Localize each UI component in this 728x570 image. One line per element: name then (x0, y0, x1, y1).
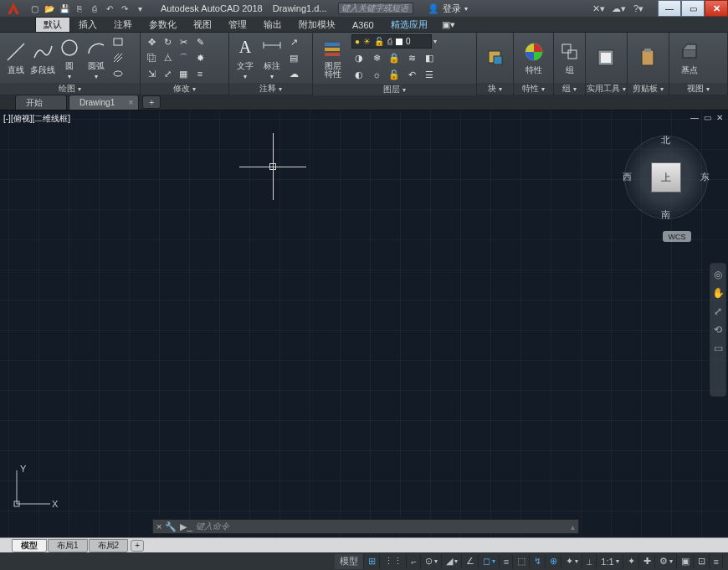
transparency-toggle-icon[interactable]: ⬚ (514, 554, 530, 569)
snap-toggle-icon[interactable]: ⋮⋮ (381, 554, 407, 569)
tab-insert[interactable]: 插入 (70, 17, 105, 32)
layer-prev-icon[interactable]: ↶ (404, 67, 419, 82)
layer-thaw-icon[interactable]: ☼ (369, 67, 384, 82)
workspace-switch-icon[interactable]: ⚙▾ (656, 554, 677, 569)
annoscale-icon[interactable]: ⟂ (583, 554, 597, 569)
scale-display[interactable]: 1:1▾ (597, 554, 623, 569)
qat-new-icon[interactable]: ▢ (28, 2, 41, 15)
otrack-toggle-icon[interactable]: ∠ (463, 554, 479, 569)
layer-on-icon[interactable]: ◐ (351, 67, 367, 82)
steering-wheel-icon[interactable]: ◎ (714, 269, 722, 280)
cmd-customize-icon[interactable]: 🔧 (165, 521, 177, 532)
tab-featured[interactable]: 精选应用 (382, 17, 436, 32)
viewport-label[interactable]: [-][俯视][二维线框] (3, 113, 70, 125)
isodraft-toggle-icon[interactable]: ◢▾ (443, 554, 462, 569)
group-button[interactable]: 组 (557, 34, 582, 81)
scale-icon[interactable]: ⤢ (160, 66, 175, 81)
tab-annotate[interactable]: 注释 (105, 17, 141, 32)
layer-unlock-icon[interactable]: 🔓 (387, 67, 402, 82)
move-icon[interactable]: ✥ (144, 34, 159, 49)
measure-button[interactable] (589, 34, 623, 81)
layer-lock-icon[interactable]: 🔒 (387, 50, 402, 65)
tab-addins[interactable]: 附加模块 (290, 17, 344, 32)
layer-off-icon[interactable]: ◑ (351, 50, 367, 65)
vp-minimize-icon[interactable]: — (690, 112, 700, 122)
monitor-icon[interactable]: ▣ (678, 554, 694, 569)
properties-button[interactable]: 特性 (517, 34, 550, 81)
viewcube-east[interactable]: 东 (700, 171, 710, 183)
table-icon[interactable]: ▤ (286, 50, 301, 65)
line-button[interactable]: 直线 (3, 34, 28, 81)
file-tab-start[interactable]: 开始 (15, 95, 67, 110)
explode-icon[interactable]: ✸ (192, 50, 208, 65)
layout-add-button[interactable]: + (131, 540, 144, 552)
trim-icon[interactable]: ✂ (176, 34, 191, 49)
tab-parametric[interactable]: 参数化 (141, 17, 185, 32)
command-line[interactable]: × 🔧 ▶_ 键入命令 ▴ (152, 519, 579, 534)
tab-manage[interactable]: 管理 (220, 17, 255, 32)
help-icon[interactable]: ?▾ (631, 2, 646, 15)
qat-saveas-icon[interactable]: ⎘ (73, 2, 86, 15)
circle-button[interactable]: 圆▾ (57, 34, 82, 81)
insert-block-button[interactable] (480, 34, 510, 81)
vp-close-icon[interactable]: ✕ (715, 112, 725, 122)
selection-cycling-icon[interactable]: ↯ (531, 554, 546, 569)
maximize-button[interactable]: ▭ (681, 0, 705, 17)
viewcube-north[interactable]: 北 (661, 134, 670, 146)
new-tab-button[interactable]: + (142, 95, 161, 109)
pan-icon[interactable]: ✋ (712, 287, 725, 299)
paste-button[interactable] (631, 34, 664, 81)
annoauto-icon[interactable]: ✚ (640, 554, 655, 569)
ortho-toggle-icon[interactable]: ⌐ (408, 554, 420, 569)
mirror-icon[interactable]: ⧊ (160, 50, 175, 65)
offset-icon[interactable]: ≡ (192, 66, 208, 81)
qat-plot-icon[interactable]: ⎙ (88, 2, 101, 15)
workspace-icon[interactable]: ✦▾ (562, 554, 582, 569)
viewcube-top-face[interactable]: 上 (651, 162, 681, 193)
layer-iso-icon[interactable]: ◧ (422, 50, 437, 65)
drawing-viewport[interactable]: [-][俯视][二维线框] — ▭ ✕ 上 北 南 东 西 WCS ◎ ✋ ⤢ … (0, 110, 728, 537)
cloud-icon[interactable]: ☁ (286, 66, 301, 81)
text-button[interactable]: A 文字▾ (233, 34, 258, 81)
layout-tab-2[interactable]: 布局2 (89, 539, 129, 552)
hatch-icon[interactable] (110, 50, 126, 65)
base-view-button[interactable]: 基点 (673, 34, 706, 81)
app-menu-button[interactable] (3, 0, 23, 17)
array-icon[interactable]: ▦ (176, 66, 191, 81)
qat-undo-icon[interactable]: ↶ (103, 2, 116, 15)
infocenter-search[interactable]: 键入关键字或短语 (338, 3, 413, 14)
tab-output[interactable]: 输出 (255, 17, 290, 32)
tab-a360[interactable]: A360 (344, 17, 382, 32)
exchange-icon[interactable]: ✕▾ (591, 2, 606, 15)
close-button[interactable]: ✕ (705, 0, 728, 17)
dimension-button[interactable]: 标注▾ (259, 34, 285, 81)
layer-properties-button[interactable]: 图层 特性 (316, 35, 350, 82)
file-tab-drawing1[interactable]: Drawing1× (69, 95, 139, 110)
minimize-button[interactable]: — (658, 0, 681, 17)
qat-save-icon[interactable]: 💾 (58, 2, 71, 15)
viewcube-south[interactable]: 南 (661, 208, 670, 221)
view-cube[interactable]: 上 北 南 东 西 (624, 136, 708, 219)
qat-open-icon[interactable]: 📂 (43, 2, 56, 15)
viewcube-west[interactable]: 西 (623, 171, 632, 183)
layout-tab-1[interactable]: 布局1 (48, 539, 88, 552)
rotate-icon[interactable]: ↻ (160, 34, 175, 49)
layout-tab-model[interactable]: 模型 (12, 539, 47, 552)
close-tab-icon[interactable]: × (128, 98, 133, 107)
polyline-button[interactable]: 多段线 (30, 34, 55, 81)
qat-redo-icon[interactable]: ↷ (118, 2, 131, 15)
tab-default[interactable]: 默认 (35, 17, 70, 32)
qat-dropdown-icon[interactable]: ▾ (133, 2, 146, 15)
wcs-badge[interactable]: WCS (663, 231, 691, 242)
osnap-toggle-icon[interactable]: ◻▾ (479, 554, 500, 569)
lineweight-toggle-icon[interactable]: ≡ (500, 554, 513, 569)
layer-match-icon[interactable]: ≋ (404, 50, 419, 65)
vp-maximize-icon[interactable]: ▭ (702, 112, 712, 122)
layer-freeze-icon[interactable]: ❄ (369, 50, 384, 65)
layer-combo[interactable]: ● ☀ 🔓 ⎙ 0 (351, 34, 432, 49)
cmd-recent-icon[interactable]: ▴ (571, 522, 575, 531)
dynamic-input-icon[interactable]: ⊕ (546, 554, 561, 569)
login-button[interactable]: 👤 登录 ▾ (428, 3, 468, 15)
cmd-close-icon[interactable]: × (156, 521, 161, 531)
rectangle-icon[interactable] (110, 34, 126, 49)
